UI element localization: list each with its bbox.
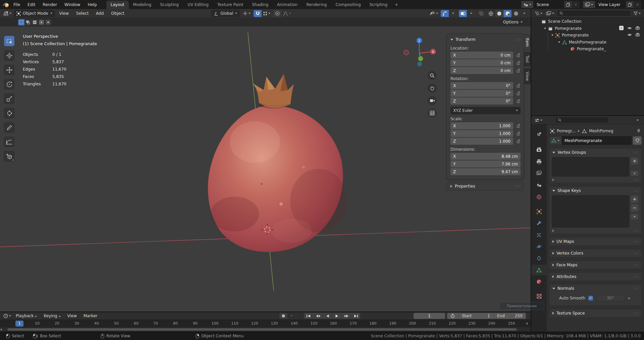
rotation-x-field[interactable]: X0° — [450, 82, 513, 89]
frame-start-field[interactable]: Start1 — [459, 313, 493, 319]
options-button[interactable]: Options — [501, 19, 525, 25]
menu-marker[interactable]: Marker — [80, 313, 100, 319]
tab-view-layer-properties[interactable] — [531, 167, 547, 178]
tab-tool-properties[interactable] — [531, 129, 547, 139]
panel-grip-icon[interactable]: ∷∷ — [633, 275, 638, 279]
proportional-edit-toggle[interactable] — [273, 10, 281, 17]
shape-keys-list[interactable] — [552, 195, 629, 227]
menu-add[interactable]: Add — [93, 10, 107, 17]
tab-item[interactable]: Item — [524, 35, 531, 50]
shading-material-button[interactable] — [503, 10, 512, 17]
panel-grip-icon[interactable]: ∷∷ — [633, 263, 638, 267]
tab-scripting[interactable]: Scripting — [365, 1, 392, 9]
pivot-point-button[interactable] — [242, 10, 252, 17]
mesh-name-field[interactable]: MeshPomegranate — [562, 136, 632, 145]
panel-grip-icon[interactable]: ∷∷ — [633, 229, 638, 232]
collection-checkbox[interactable]: ✓ — [619, 26, 624, 30]
animate-property-dot[interactable] — [628, 297, 630, 299]
select-mode-intersect-button[interactable] — [45, 19, 51, 25]
minus-x-axis-ball[interactable] — [404, 50, 409, 55]
add-shape-key-button[interactable]: + — [631, 195, 639, 203]
properties-collapsed-panel[interactable]: Properties∷∷ — [446, 182, 524, 191]
minus-z-axis-ball[interactable] — [417, 62, 422, 66]
tab-layout[interactable]: Layout — [106, 1, 129, 9]
location-z-field[interactable]: Z0 cm — [450, 67, 513, 74]
snap-settings-button[interactable] — [262, 10, 271, 17]
timeline-editor-type-button[interactable] — [2, 313, 12, 320]
rotation-y-field[interactable]: Y0° — [450, 90, 513, 97]
rotation-z-field[interactable]: Z0° — [450, 97, 513, 105]
delete-scene-button[interactable]: × — [572, 1, 580, 8]
play-reverse-button[interactable] — [323, 313, 332, 319]
region-collapse-arrow-icon[interactable] — [526, 322, 528, 325]
lock-scale-z[interactable] — [513, 139, 521, 143]
delete-view-layer-button[interactable]: × — [634, 1, 641, 8]
navigation-gizmo[interactable]: Z X — [404, 36, 437, 69]
timeline-ruler[interactable]: 1 10 20 30 40 50 60 70 80 90 100 110 120… — [0, 320, 531, 327]
dimensions-z-field[interactable]: Z9.47 cm — [450, 168, 521, 175]
menu-help[interactable]: Help — [84, 1, 100, 8]
y-axis-ball[interactable] — [418, 56, 423, 61]
panel-grip-icon[interactable]: ∷∷ — [633, 312, 638, 315]
tab-animation[interactable]: Animation — [273, 1, 302, 9]
add-workspace-button[interactable]: + — [392, 1, 401, 9]
mode-dropdown[interactable]: Object Mode — [14, 10, 55, 17]
lock-rotation-z[interactable] — [513, 99, 521, 103]
outliner-editor-type-button[interactable] — [534, 10, 543, 17]
snap-toggle[interactable] — [254, 10, 262, 17]
expand-subpanel-icon[interactable] — [552, 179, 554, 181]
outliner-row-mesh[interactable]: MeshPomegranate — [558, 39, 606, 46]
select-mode-subtract-button[interactable] — [32, 19, 38, 25]
play-button[interactable] — [332, 313, 341, 319]
menu-window[interactable]: Window — [61, 1, 84, 8]
tab-object-properties[interactable] — [531, 206, 547, 217]
frame-end-field[interactable]: End250 — [494, 313, 526, 319]
render-visibility-camera-icon[interactable] — [635, 32, 640, 37]
previous-keyframe-button[interactable] — [313, 313, 323, 319]
vertex-colors-header[interactable]: Vertex Colors∷∷ — [549, 249, 641, 257]
shading-rendered-button[interactable] — [512, 10, 520, 17]
camera-view-button[interactable] — [428, 96, 437, 105]
attributes-header[interactable]: Attributes∷∷ — [549, 273, 641, 281]
lock-location-z[interactable] — [513, 68, 521, 73]
pin-icon[interactable] — [637, 129, 641, 133]
current-frame-field[interactable]: 1 — [414, 313, 445, 319]
vertex-groups-list[interactable] — [552, 157, 629, 177]
tab-texture-paint[interactable]: Texture Paint — [213, 1, 248, 9]
shading-solid-button[interactable] — [495, 10, 503, 17]
current-frame-badge[interactable]: 1 — [15, 321, 23, 327]
menu-keying[interactable]: Keying — [41, 313, 63, 319]
select-mode-set-button[interactable] — [18, 19, 24, 25]
shape-keys-header[interactable]: Shape Keys∷∷ — [549, 187, 641, 195]
jump-to-start-button[interactable] — [304, 313, 313, 319]
pan-view-button[interactable] — [428, 84, 437, 93]
add-vertex-group-button[interactable]: + — [631, 157, 639, 165]
xray-toggle[interactable] — [477, 10, 485, 17]
panel-grip-icon[interactable]: ∷∷ — [515, 185, 520, 188]
panel-grip-icon[interactable]: ∷∷ — [633, 189, 638, 193]
tab-modifier-properties[interactable] — [531, 218, 547, 228]
properties-options-button[interactable] — [634, 117, 642, 124]
menu-select[interactable]: Select — [73, 10, 92, 17]
expand-subpanel-icon[interactable] — [552, 229, 554, 232]
lock-rotation-x[interactable] — [513, 83, 521, 88]
properties-editor-type-button[interactable] — [534, 117, 543, 124]
disclosure-icon[interactable] — [551, 35, 553, 36]
scene-name-field[interactable]: Scene — [533, 1, 564, 8]
breadcrumb-object[interactable]: Pomegr... — [557, 129, 576, 133]
outliner-search-input[interactable] — [557, 10, 631, 16]
tab-data-properties[interactable] — [531, 265, 547, 275]
tab-physics-properties[interactable] — [531, 241, 547, 252]
outliner-display-mode-button[interactable] — [545, 10, 555, 17]
lock-location-y[interactable] — [513, 61, 521, 65]
panel-grip-icon[interactable]: ∷∷ — [633, 178, 638, 182]
tab-scene-properties[interactable] — [531, 180, 547, 190]
panel-grip-icon[interactable]: ∷∷ — [633, 240, 638, 244]
select-box-tool[interactable] — [4, 36, 14, 46]
outliner-row-collection[interactable]: Pomegranate — [544, 25, 582, 32]
mesh-browse-button[interactable] — [549, 136, 562, 145]
gizmos-toggle[interactable] — [441, 10, 449, 17]
tab-shading[interactable]: Shading — [248, 1, 273, 9]
view-layer-name-field[interactable]: View Layer — [595, 1, 626, 8]
disclosure-icon[interactable] — [558, 42, 560, 43]
